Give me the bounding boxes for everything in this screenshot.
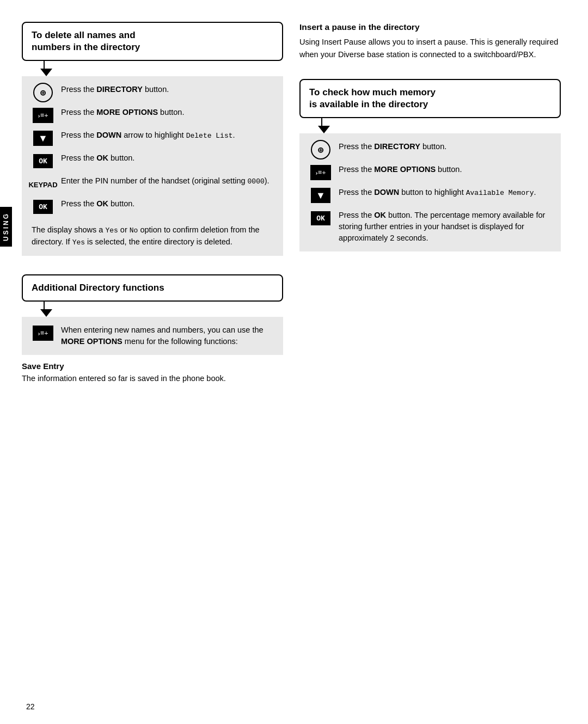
delete-steps-section: ⊕ Press the DIRECTORY button. ›≡+ [22, 76, 283, 256]
ok-icon-2: OK [32, 198, 54, 216]
ok-icon-r4: OK [309, 210, 332, 227]
arrow-connector-1 [22, 61, 283, 76]
spacer-right [299, 70, 561, 79]
directory-icon-r1: ⊕ [309, 141, 332, 158]
check-memory-section-title: To check how much memory is available in… [309, 87, 551, 111]
left-column: To delete all names and numbers in the d… [22, 22, 283, 702]
spacer [22, 256, 283, 265]
save-entry-section: Save Entry The information entered so fa… [22, 355, 283, 385]
step-row: OK Press the OK button. [32, 198, 273, 216]
down-arrow-button-icon-r3: ▼ [311, 188, 330, 203]
step-row-r3: ▼ Press the DOWN button to highlight Ava… [309, 187, 551, 204]
step-text-5: Enter the PIN number of the handset (ori… [61, 175, 273, 187]
ok-button-icon-2: OK [33, 200, 53, 214]
step-text-3: Press the DOWN arrow to highlight Delete… [61, 130, 273, 142]
connector-arrow-2 [40, 309, 52, 317]
save-entry-text: The information entered so far is saved … [22, 373, 283, 385]
keypad-icon: KEYPAD [32, 175, 54, 193]
ok-icon-1: OK [32, 152, 54, 170]
arrow-connector-3 [299, 118, 561, 133]
connector-line-3 [321, 118, 322, 126]
step-row-r2: ›≡+ Press the MORE OPTIONS button. [309, 164, 551, 181]
more-options-icon-additional: ›≡+ [32, 324, 54, 342]
step-text-r1: Press the DIRECTORY button. [339, 141, 551, 152]
connector-line [44, 61, 45, 69]
additional-section-title: Additional Directory functions [32, 282, 273, 294]
right-column: Insert a pause in the directory Using In… [299, 22, 561, 702]
step-row: OK Press the OK button. [32, 152, 273, 170]
ok-button-icon-r4: OK [311, 211, 330, 225]
directory-button-icon-r1: ⊕ [311, 140, 330, 159]
insert-pause-title: Insert a pause in the directory [299, 22, 561, 33]
step-row-r4: OK Press the OK button. The percentage m… [309, 210, 551, 244]
step-row: ›≡+ Press the MORE OPTIONS button. [32, 107, 273, 124]
step-text-r2: Press the MORE OPTIONS button. [339, 164, 551, 175]
delete-section-title: To delete all names and numbers in the d… [32, 29, 273, 53]
page-container: USING To delete all names and numbers in… [0, 0, 588, 724]
additional-steps-section: ›≡+ When entering new names and numbers,… [22, 317, 283, 355]
down-arrow-button-icon: ▼ [33, 131, 53, 146]
main-content: To delete all names and numbers in the d… [0, 0, 588, 724]
directory-icon-1: ⊕ [32, 84, 54, 101]
step-text-2: Press the MORE OPTIONS button. [61, 107, 273, 118]
side-tab-label: USING [2, 212, 10, 241]
connector-arrow-3 [318, 126, 330, 133]
keypad-label: KEYPAD [28, 180, 57, 189]
connector-arrow [40, 69, 52, 76]
step-row-additional: ›≡+ When entering new names and numbers,… [32, 324, 273, 347]
check-memory-steps-section: ⊕ Press the DIRECTORY button. ›≡+ [299, 133, 561, 251]
more-options-icon-1: ›≡+ [32, 107, 54, 124]
ok-button-icon: OK [33, 154, 53, 168]
directory-button-icon: ⊕ [33, 83, 53, 102]
check-memory-section-box: To check how much memory is available in… [299, 79, 561, 118]
down-arrow-icon-r3: ▼ [309, 187, 332, 204]
step-text-6: Press the OK button. [61, 198, 273, 210]
more-options-button-icon: ›≡+ [33, 108, 53, 123]
step-text-r3: Press the DOWN button to highlight Avail… [339, 187, 551, 199]
step-text-additional: When entering new names and numbers, you… [61, 324, 273, 347]
save-entry-title: Save Entry [22, 361, 283, 371]
additional-section-box: Additional Directory functions [22, 274, 283, 302]
more-options-button-icon-additional: ›≡+ [33, 326, 53, 341]
side-tab: USING [0, 207, 12, 247]
more-options-button-icon-r2: ›≡+ [310, 165, 331, 180]
connector-line-2 [44, 302, 45, 309]
step-row: ⊕ Press the DIRECTORY button. [32, 84, 273, 101]
more-options-icon-r2: ›≡+ [309, 164, 332, 181]
step-text-1: Press the DIRECTORY button. [61, 84, 273, 95]
insert-pause-text: Using Insert Pause allows you to insert … [299, 36, 561, 60]
step-row: KEYPAD Enter the PIN number of the hands… [32, 175, 273, 193]
step-row: ▼ Press the DOWN arrow to highlight Dele… [32, 130, 273, 147]
step-text-r4: Press the OK button. The percentage memo… [339, 210, 551, 244]
step-row-r1: ⊕ Press the DIRECTORY button. [309, 141, 551, 158]
display-text-delete: The display shows a Yes or No option to … [32, 221, 273, 248]
delete-section-box: To delete all names and numbers in the d… [22, 22, 283, 61]
down-arrow-icon-1: ▼ [32, 130, 54, 147]
page-number: 22 [26, 702, 35, 711]
step-text-4: Press the OK button. [61, 152, 273, 164]
additional-section: Additional Directory functions ›≡+ [22, 274, 283, 385]
insert-pause-section: Insert a pause in the directory Using In… [299, 22, 561, 60]
arrow-connector-2 [22, 302, 283, 317]
